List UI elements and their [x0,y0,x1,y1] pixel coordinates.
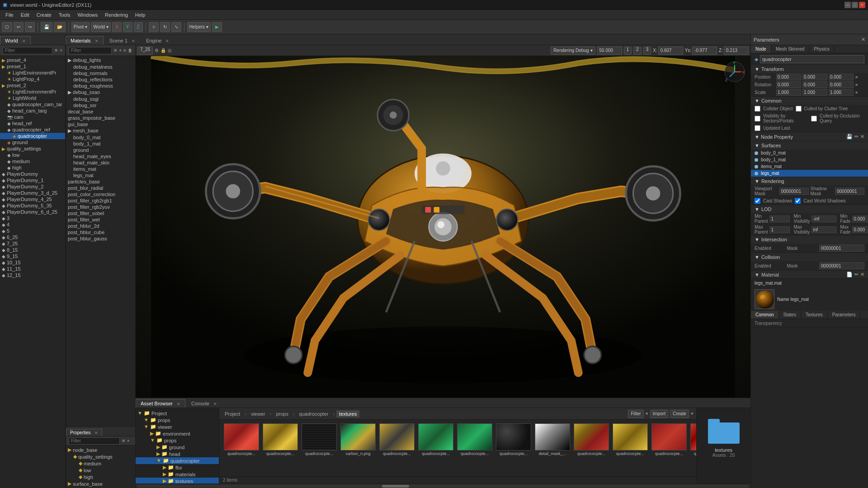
world-tree-item-14[interactable]: ▶quality_settings [0,145,65,152]
filter-btn[interactable]: Filter [628,410,643,418]
filter-dropdown-icon[interactable]: ▾ [646,411,648,417]
menu-help[interactable]: Help [132,11,149,19]
z-axis-btn[interactable]: Z [134,22,143,32]
world-tree-item-17[interactable]: ◆high [0,164,65,171]
asset-grid[interactable]: quadrococpte...quadrococpte...quadrococp… [219,420,696,476]
material-item-4[interactable]: debug_roughness [66,83,135,89]
open-btn[interactable]: 📂 [54,22,66,32]
world-tree-item-33[interactable]: ◆11_15 [0,266,65,272]
material-item-17[interactable]: items_mat [66,166,135,172]
material-item-15[interactable]: head_male_eyes [66,153,135,160]
world-tree-item-22[interactable]: ◆PlayerDummy_4_25 [0,196,65,202]
scrollbar-thumb[interactable] [382,485,409,488]
material-item-27[interactable]: post_hblur_cube [66,229,135,235]
asset-texture-item-9[interactable]: quadrococpte... [573,423,610,456]
world-tree-item-0[interactable]: ▶preset_4 [0,57,65,63]
tab-scene[interactable]: Scene 1 ✕ [104,36,140,45]
max-fade-input[interactable] [852,226,868,233]
scale-close-icon[interactable]: ✕ [855,90,859,95]
col-mask-input[interactable] [819,262,864,269]
min-fade-input[interactable] [852,216,868,222]
surface-items[interactable]: items_mat [751,163,868,170]
node-tab-node[interactable]: Node [751,45,771,53]
lod-title[interactable]: ▼ LOD [751,205,868,213]
rotate-btn[interactable]: ↻ [160,22,170,32]
menu-file[interactable]: File [2,11,17,19]
asset-tree-item-7[interactable]: ▼ 📁 quadrocopter [136,457,219,464]
select-tool[interactable]: ⬡ [2,22,12,32]
np-edit-icon[interactable]: ✏ [854,134,859,140]
material-item-2[interactable]: debug_normals [66,70,135,76]
world-dropdown[interactable]: World▾ [91,22,111,32]
viewport-scene[interactable]: X Y Z [136,56,750,398]
z-coord-input[interactable] [724,47,749,55]
mat-tab-textures[interactable]: Textures [801,311,828,319]
pos-close-icon[interactable]: ✕ [855,75,859,80]
maximize-button[interactable]: □ [852,2,858,8]
mat-del-icon[interactable]: 🗑 [128,48,132,53]
asset-tree-item-2[interactable]: ▼ 📁 viewer [136,423,219,430]
tab-materials[interactable]: Materials ✕ [66,36,104,45]
num2-btn[interactable]: 2 [633,47,642,55]
world-tree-item-15[interactable]: ◆low [0,152,65,158]
world-tree-item-28[interactable]: ◆6_25 [0,234,65,240]
save-btn[interactable]: 💾 [41,22,52,32]
close-button[interactable]: ✕ [859,2,865,8]
pos-z-input[interactable] [829,74,854,80]
num1-btn[interactable]: 1 [624,47,632,55]
tab-asset-browser[interactable]: Asset Browser ✕ [136,399,185,408]
asset-scrollbar[interactable] [136,483,750,488]
prop-item-2[interactable]: ◆medium [66,460,135,467]
y-coord-input[interactable] [692,47,717,55]
play-btn[interactable]: ▶ [212,22,222,32]
asset-tree-item-9[interactable]: ▶ 📁 materials [136,471,219,478]
world-tree-item-10[interactable]: ◆head_ref [0,120,65,127]
mat-tab-states[interactable]: States [779,311,801,319]
world-close-icon[interactable]: ✕ [54,48,58,53]
asset-tree-item-0[interactable]: ▼ 📁 Project [136,410,219,417]
breadcrumb-project[interactable]: Project [222,410,243,418]
np-close-icon[interactable]: ✕ [860,134,864,140]
world-tree-item-1[interactable]: ▶preset_1 [0,63,65,70]
mat-add-icon[interactable]: + [119,48,122,53]
world-tree-item-12[interactable]: ◈quadrocopter [0,133,65,139]
np-save-icon[interactable]: 💾 [846,134,853,140]
asset-texture-item-0[interactable]: quadrococpte... [223,423,260,456]
collider-checkbox[interactable] [755,106,760,112]
rot-z-input[interactable] [829,81,854,88]
world-tree-item-23[interactable]: ◆PlayerDummy_5_35 [0,202,65,209]
minimize-button[interactable]: ─ [844,2,851,8]
material-item-22[interactable]: post_filter_rgb2rgb1 [66,197,135,204]
world-tree-item-34[interactable]: ◆12_15 [0,272,65,278]
mat-close-icon[interactable]: ✕ [113,48,117,53]
world-tree-item-11[interactable]: ◆quadrocopter_ref [0,127,65,133]
world-tree-item-16[interactable]: ◆medium [0,158,65,164]
props-filter-input[interactable] [69,437,120,445]
node-tab-mesh[interactable]: Mesh Skinned [771,45,809,53]
menu-rendering[interactable]: Rendering [101,11,132,19]
scale-x-input[interactable] [776,89,801,96]
world-add-icon[interactable]: + [60,48,62,53]
mat-tab-parameters[interactable]: Parameters [828,311,861,319]
node-property-title[interactable]: ▼ Node Property 💾 ✏ ✕ [751,132,868,141]
world-tree-item-20[interactable]: ◆PlayerDummy_2 [0,183,65,190]
material-item-14[interactable]: ground [66,147,135,153]
asset-texture-item-10[interactable]: quadrococpte... [612,423,649,456]
prop-item-0[interactable]: ▶node_base [66,446,135,453]
viewport-mask-input[interactable] [779,188,809,195]
asset-texture-item-7[interactable]: quadrococpte... [495,423,532,456]
material-item-11[interactable]: ▶ mesh_base [66,127,135,134]
min-parent-input[interactable] [769,216,790,222]
common-section-title[interactable]: ▼ Common [751,97,868,105]
max-parent-input[interactable] [769,226,790,233]
asset-texture-item-11[interactable]: quadrococpte... [651,423,688,456]
material-item-21[interactable]: post_color_correction [66,191,135,197]
asset-texture-item-3[interactable]: carbon_n.png [340,423,377,456]
mat-menu-icon[interactable]: ≡ [123,48,126,53]
asset-file-tree[interactable]: ▼ 📁 Project▼ 📁 props▼ 📁 viewer▶ 📁 enviro… [136,408,219,483]
mat-edit-icon[interactable]: ✏ [854,272,859,277]
world-tree-item-6[interactable]: ☀LightWorld [0,95,65,101]
material-item-16[interactable]: head_male_skin [66,160,135,166]
prop-item-1[interactable]: ◆quality_settings [66,453,135,460]
pos-y-input[interactable] [802,74,827,80]
